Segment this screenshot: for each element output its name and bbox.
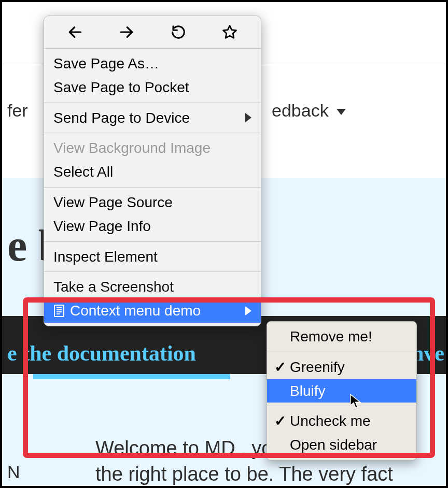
submenu-arrow-icon: [245, 306, 251, 315]
context-menu: Save Page As… Save Page to Pocket Send P…: [44, 16, 261, 326]
svg-marker-2: [223, 26, 236, 38]
menu-item-inspect-element[interactable]: Inspect Element: [44, 245, 261, 269]
back-icon[interactable]: [66, 23, 84, 41]
forward-icon[interactable]: [118, 23, 135, 41]
submenu-group-misc: ✓ Uncheck me Open sidebar: [267, 406, 416, 460]
reload-icon[interactable]: [170, 23, 187, 41]
dropdown-caret-icon: [337, 109, 346, 115]
bookmark-star-icon[interactable]: [221, 23, 239, 41]
submenu-item-bluify[interactable]: Bluify: [267, 379, 416, 403]
menu-group-source: View Page Source View Page Info: [44, 188, 261, 241]
body-text-line2: the right place to be. The very fact: [95, 463, 393, 485]
menu-group-extension: Take a Screenshot Context menu demo: [44, 272, 261, 326]
on-fragment: N: [7, 462, 20, 482]
menu-item-context-menu-demo[interactable]: Context menu demo: [44, 299, 261, 323]
nav-fragment-right[interactable]: edback: [272, 101, 346, 121]
documentation-link[interactable]: e the documentation: [7, 341, 196, 366]
link-underline: [33, 374, 230, 379]
nav-fragment-left: fer: [7, 101, 28, 121]
context-menu-toolbar: [44, 16, 261, 48]
submenu-item-open-sidebar[interactable]: Open sidebar: [267, 433, 416, 457]
checkmark-icon: ✓: [274, 411, 286, 431]
menu-item-save-to-pocket[interactable]: Save Page to Pocket: [44, 76, 261, 99]
menu-item-view-page-info[interactable]: View Page Info: [44, 214, 261, 238]
menu-item-view-bg-image: View Background Image: [44, 136, 261, 160]
menu-item-send-to-device[interactable]: Send Page to Device: [44, 106, 261, 130]
checkmark-icon: ✓: [274, 357, 286, 377]
menu-item-take-screenshot[interactable]: Take a Screenshot: [44, 275, 261, 299]
submenu-arrow-icon: [245, 113, 251, 122]
menu-group-save: Save Page As… Save Page to Pocket: [44, 49, 261, 103]
submenu-group-color: ✓ Greenify Bluify: [267, 352, 416, 406]
submenu-group-remove: Remove me!: [267, 322, 416, 352]
context-submenu: Remove me! ✓ Greenify Bluify ✓ Uncheck m…: [267, 321, 417, 461]
menu-item-view-page-source[interactable]: View Page Source: [44, 191, 261, 214]
menu-group-view-bg: View Background Image Select All: [44, 133, 261, 187]
submenu-item-remove-me[interactable]: Remove me!: [267, 325, 416, 349]
menu-item-save-page-as[interactable]: Save Page As…: [44, 52, 261, 76]
submenu-item-uncheck-me[interactable]: ✓ Uncheck me: [267, 409, 416, 433]
document-icon: [53, 304, 65, 318]
submenu-item-greenify[interactable]: ✓ Greenify: [267, 355, 416, 379]
menu-group-send: Send Page to Device: [44, 103, 261, 133]
svg-rect-3: [54, 305, 64, 317]
menu-group-inspect: Inspect Element: [44, 242, 261, 272]
menu-item-select-all[interactable]: Select All: [44, 160, 261, 184]
